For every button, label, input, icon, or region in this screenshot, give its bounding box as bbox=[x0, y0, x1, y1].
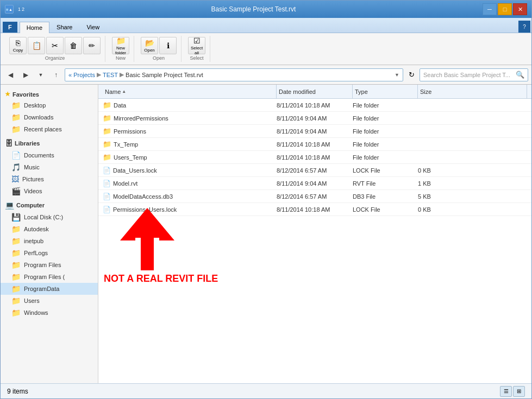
file-list-header: Name ▲ Date modified Type Size bbox=[98, 85, 531, 99]
properties-button[interactable]: ℹ bbox=[159, 37, 177, 54]
downloads-folder-icon: 📁 bbox=[11, 113, 21, 122]
sidebar-item-program-files[interactable]: 📁 Program Files bbox=[1, 259, 98, 271]
sidebar-libraries-header[interactable]: 🗄 Libraries bbox=[1, 137, 98, 149]
table-row[interactable]: 📄 Model.rvt 8/11/2014 9:04 AM RVT File 1… bbox=[98, 177, 531, 190]
ribbon-group-new: 📁New folder New bbox=[108, 36, 134, 62]
file-size-cell: 0 KB bbox=[418, 206, 527, 213]
sidebar-item-programdata[interactable]: 📁 ProgramData bbox=[1, 283, 98, 295]
view-buttons: ☰ ⊞ bbox=[500, 386, 525, 397]
file-date-cell: 8/11/2014 10:18 AM bbox=[277, 154, 353, 161]
col-header-type[interactable]: Type bbox=[353, 85, 418, 98]
help-button[interactable]: ? bbox=[518, 21, 530, 33]
refresh-button[interactable]: ↻ bbox=[405, 69, 417, 81]
file-icon: 📄 bbox=[103, 180, 111, 187]
breadcrumb-test[interactable]: TEST bbox=[103, 72, 118, 78]
red-arrow-svg bbox=[115, 205, 180, 281]
new-folder-button[interactable]: 📁New folder bbox=[112, 37, 129, 54]
sidebar-computer-header[interactable]: 💻 Computer bbox=[1, 199, 98, 211]
tab-home[interactable]: Home bbox=[20, 22, 49, 33]
status-bar: 9 items ☰ ⊞ bbox=[1, 383, 531, 398]
table-row[interactable]: 📁 Users_Temp 8/11/2014 10:18 AM File fol… bbox=[98, 151, 531, 164]
sidebar-item-local-disk[interactable]: 💾 Local Disk (C:) bbox=[1, 211, 98, 223]
sort-arrow-icon: ▲ bbox=[122, 89, 126, 94]
col-header-size[interactable]: Size bbox=[418, 85, 527, 98]
large-icons-view-button[interactable]: ⊞ bbox=[513, 386, 525, 397]
sidebar-item-videos[interactable]: 🎬 Videos bbox=[1, 185, 98, 197]
open-button[interactable]: 📂Open bbox=[141, 37, 158, 54]
delete-button[interactable]: 🗑 bbox=[65, 37, 82, 54]
rename-button[interactable]: ✏ bbox=[83, 37, 101, 54]
select-label: Select bbox=[190, 55, 203, 61]
libraries-label: Libraries bbox=[15, 140, 40, 147]
file-tab-button[interactable]: F bbox=[3, 22, 17, 33]
sidebar-item-downloads[interactable]: 📁 Downloads bbox=[1, 111, 98, 123]
table-row[interactable]: 📁 Data 8/11/2014 10:18 AM File folder bbox=[98, 99, 531, 112]
file-name: ModelDataAccess.db3 bbox=[113, 193, 173, 200]
item-count: 9 items bbox=[7, 388, 28, 395]
file-icon: 📄 bbox=[103, 193, 111, 200]
select-all-button[interactable]: ☑Select all bbox=[188, 37, 205, 54]
move-button[interactable]: ✂ bbox=[46, 37, 64, 54]
table-row[interactable]: 📁 MirroredPermissions 8/11/2014 9:04 AM … bbox=[98, 112, 531, 125]
sidebar-item-recent-places[interactable]: 📁 Recent places bbox=[1, 123, 98, 135]
sidebar-item-perflogs-label: PerfLogs bbox=[24, 250, 48, 256]
file-list: 📁 Data 8/11/2014 10:18 AM File folder 📁 … bbox=[98, 99, 531, 383]
ribbon-group-organize: ⎘Copy 📋 ✂ 🗑 ✏ Organize bbox=[5, 36, 105, 62]
file-name: Data_Users.lock bbox=[113, 167, 157, 174]
sidebar-item-recent-places-label: Recent places bbox=[24, 126, 62, 132]
paste-button[interactable]: 📋 bbox=[28, 37, 45, 54]
file-type-cell: LOCK File bbox=[353, 206, 418, 213]
copy-button[interactable]: ⎘Copy bbox=[9, 37, 27, 54]
window-controls: ─ □ ✕ bbox=[483, 3, 527, 15]
file-name: Data bbox=[114, 102, 126, 109]
search-placeholder-text: Search Basic Sample Project T... bbox=[423, 72, 516, 78]
sidebar-item-pictures-label: Pictures bbox=[22, 176, 44, 182]
sidebar-item-music[interactable]: 🎵 Music bbox=[1, 161, 98, 173]
breadcrumb-projects[interactable]: « Projects bbox=[68, 72, 95, 78]
sidebar-item-windows[interactable]: 📁 Windows bbox=[1, 307, 98, 319]
file-icon: 📄 bbox=[103, 167, 111, 174]
app-icon: ■▲ bbox=[5, 5, 14, 14]
sidebar-item-downloads-label: Downloads bbox=[24, 114, 53, 121]
pictures-icon: 🖼 bbox=[11, 175, 19, 183]
sidebar-favorites-header[interactable]: ★ Favorites bbox=[1, 89, 98, 99]
col-header-name[interactable]: Name ▲ bbox=[103, 85, 277, 98]
sidebar-item-perflogs[interactable]: 📁 PerfLogs bbox=[1, 247, 98, 259]
sidebar-item-program-files-x86[interactable]: 📁 Program Files ( bbox=[1, 271, 98, 283]
file-date-cell: 8/11/2014 10:18 AM bbox=[277, 102, 353, 109]
program-files-folder-icon: 📁 bbox=[11, 261, 21, 269]
sidebar-item-pictures[interactable]: 🖼 Pictures bbox=[1, 173, 98, 185]
back-button[interactable]: ◀ bbox=[4, 69, 17, 81]
file-date-cell: 8/11/2014 10:18 AM bbox=[277, 141, 353, 148]
details-view-button[interactable]: ☰ bbox=[500, 386, 512, 397]
table-row[interactable]: 📁 Tx_Temp 8/11/2014 10:18 AM File folder bbox=[98, 138, 531, 151]
sidebar-item-users[interactable]: 📁 Users bbox=[1, 295, 98, 307]
table-row[interactable]: 📄 Data_Users.lock 8/12/2014 6:57 AM LOCK… bbox=[98, 164, 531, 177]
open-label: Open bbox=[153, 55, 165, 61]
tab-view[interactable]: View bbox=[79, 21, 107, 33]
up-button[interactable]: ↑ bbox=[49, 69, 62, 81]
sidebar-item-inetpub[interactable]: 📁 inetpub bbox=[1, 235, 98, 247]
forward-button[interactable]: ▶ bbox=[19, 69, 32, 81]
sidebar-item-autodesk[interactable]: 📁 Autodesk bbox=[1, 223, 98, 235]
sidebar-item-desktop[interactable]: 📁 Desktop bbox=[1, 99, 98, 111]
table-row[interactable]: 📁 Permissions 8/11/2014 9:04 AM File fol… bbox=[98, 125, 531, 138]
dropdown-button[interactable]: ▼ bbox=[34, 69, 47, 81]
search-box[interactable]: Search Basic Sample Project T... 🔍 bbox=[420, 68, 528, 81]
folder-icon: 📁 bbox=[103, 101, 111, 109]
maximize-button[interactable]: □ bbox=[498, 3, 512, 15]
address-dropdown-icon[interactable]: ▼ bbox=[395, 72, 399, 78]
col-header-date[interactable]: Date modified bbox=[277, 85, 353, 98]
minimize-button[interactable]: ─ bbox=[483, 3, 497, 15]
col-type-label: Type bbox=[355, 88, 368, 95]
sidebar-section-libraries: 🗄 Libraries 📄 Documents 🎵 Music 🖼 Pictur… bbox=[1, 137, 98, 197]
close-button[interactable]: ✕ bbox=[513, 3, 527, 15]
table-row[interactable]: 📄 ModelDataAccess.db3 8/12/2014 6:57 AM … bbox=[98, 190, 531, 203]
file-date-cell: 8/11/2014 10:18 AM bbox=[277, 206, 353, 213]
file-name-cell: 📄 Model.rvt bbox=[103, 180, 277, 187]
programdata-folder-icon: 📁 bbox=[11, 284, 21, 293]
favorites-star-icon: ★ bbox=[5, 91, 10, 98]
tab-share[interactable]: Share bbox=[49, 21, 79, 33]
address-bar[interactable]: « Projects ▶ TEST ▶ Basic Sample Project… bbox=[65, 68, 403, 81]
sidebar-item-documents[interactable]: 📄 Documents bbox=[1, 149, 98, 161]
